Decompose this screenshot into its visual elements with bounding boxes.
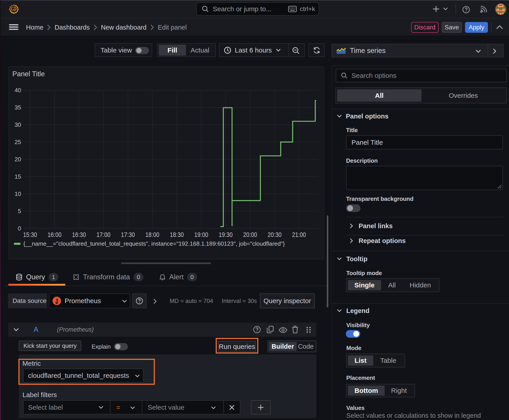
svg-text:30: 30 — [15, 121, 21, 128]
svg-text:40: 40 — [15, 87, 21, 94]
svg-text:20:30: 20:30 — [268, 231, 282, 238]
svg-text:16:00: 16:00 — [48, 231, 61, 238]
svg-text:10: 10 — [15, 190, 21, 197]
svg-text:0: 0 — [18, 225, 21, 232]
svg-text:15: 15 — [15, 173, 21, 180]
svg-text:{__name__="cloudflared_tunnel_: {__name__="cloudflared_tunnel_total_requ… — [23, 240, 285, 247]
svg-text:19:00: 19:00 — [194, 231, 208, 238]
svg-text:16:30: 16:30 — [72, 231, 86, 238]
svg-text:18:00: 18:00 — [145, 231, 159, 238]
svg-text:17:30: 17:30 — [121, 231, 135, 238]
svg-text:19:30: 19:30 — [219, 231, 233, 238]
svg-text:15:30: 15:30 — [23, 231, 37, 238]
svg-text:5: 5 — [18, 208, 21, 215]
svg-text:18:30: 18:30 — [170, 231, 184, 238]
svg-text:17:00: 17:00 — [97, 231, 110, 238]
svg-text:20:00: 20:00 — [243, 231, 257, 238]
svg-text:20: 20 — [15, 156, 21, 163]
svg-text:21:00: 21:00 — [292, 231, 306, 238]
svg-text:35: 35 — [15, 104, 21, 111]
svg-text:25: 25 — [15, 139, 21, 145]
